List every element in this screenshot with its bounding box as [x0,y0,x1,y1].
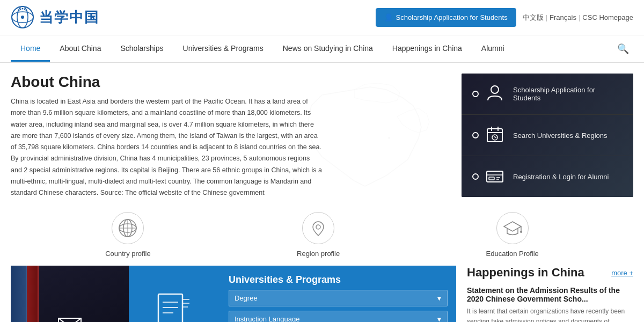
search-icon[interactable]: 🔍 [613,35,633,62]
svg-point-8 [26,10,27,12]
universities-link-text: Search Universities & Regions [513,131,608,140]
instruction-select-wrapper: Instruction Language ▼ [229,311,448,322]
svg-point-3 [21,16,24,19]
country-profile-item[interactable]: Country profile [105,212,151,258]
news-item: Statement on the Admission Results of th… [467,286,633,322]
scholarship-person-icon [484,83,506,105]
happenings-header: Happenings in China more + [467,266,633,280]
country-profile-label: Country profile [105,250,151,258]
nav-alumni[interactable]: Alumni [472,36,514,62]
nav-universities[interactable]: Universities & Programs [173,36,273,62]
happenings-section: Happenings in China more + Statement on … [456,266,633,322]
happenings-more-link[interactable]: more + [611,269,633,277]
svg-point-10 [491,86,499,93]
lang-fr-link[interactable]: Français [550,13,576,21]
region-profile-label: Region profile [297,250,340,258]
header-right: 👤 Scholarship Application for Students 中… [376,8,633,27]
location-pin-icon [302,212,334,244]
universities-tile-label: Universities & Programs [229,274,448,286]
lang-csc-link[interactable]: CSC Homepage [582,13,633,21]
universities-icon-area [129,266,220,322]
svg-point-31 [520,231,522,233]
nav-happenings[interactable]: Happenings in China [383,36,472,62]
scholarship-link-text: Scholarship Application for Students [513,86,623,102]
degree-select-wrapper: Degree ▼ [229,290,448,306]
universities-tile: Universities & Programs Degree ▼ Instruc… [129,266,456,322]
svg-marker-29 [504,222,521,231]
quick-links-panel: Scholarship Application for Students [462,74,633,199]
scholarships-tile[interactable]: ¥ Scholarships [11,266,129,322]
svg-point-4 [18,10,20,12]
nav-scholarships[interactable]: Scholarships [111,36,173,62]
svg-point-7 [24,9,26,10]
nav-about-china[interactable]: About China [50,36,111,62]
svg-rect-20 [489,177,494,180]
degree-select[interactable]: Degree [229,290,448,306]
nav-home[interactable]: Home [11,36,50,62]
about-section: About China China is located in East Asi… [11,74,451,199]
logo-text: 当学中国 [39,8,99,27]
globe-icon [112,212,144,244]
header: 当学中国 👤 Scholarship Application for Stude… [0,0,644,35]
nav-news[interactable]: News on Studying in China [273,36,383,62]
scholarship-app-button[interactable]: 👤 Scholarship Application for Students [376,8,516,27]
quick-link-scholarship[interactable]: Scholarship Application for Students [462,74,633,115]
happenings-title: Happenings in China [467,266,584,280]
lang-zh-link[interactable]: 中文版 [523,13,544,23]
bottom-row: ¥ Scholarships Universities & Programs [11,266,633,322]
region-profile-item[interactable]: Region profile [297,212,340,258]
logo-area: 当学中国 [11,5,99,30]
svg-point-5 [20,9,21,10]
quick-links-list: Scholarship Application for Students [462,74,633,197]
quick-link-universities[interactable]: Search Universities & Regions [462,115,633,156]
quick-link-alumni[interactable]: Registration & Login for Alumni [462,156,633,197]
svg-point-6 [22,8,24,10]
china-map-decoration [290,74,440,213]
education-profile-item[interactable]: Education Profile [486,212,539,258]
universities-controls: Universities & Programs Degree ▼ Instruc… [220,266,456,322]
language-links: 中文版 | Français | CSC Homepage [523,13,633,23]
alumni-card-icon [484,166,506,187]
education-profile-label: Education Profile [486,250,539,258]
news-title: Statement on the Admission Results of th… [467,286,633,303]
main-nav: Home About China Scholarships Universiti… [0,35,644,63]
svg-point-28 [316,225,320,229]
envelope-yen-icon: ¥ [56,313,83,322]
universities-clock-icon [484,125,506,146]
alumni-link-text: Registration & Login for Alumni [513,173,609,181]
person-icon: 👤 [384,13,393,21]
instruction-language-select[interactable]: Instruction Language [229,311,448,322]
news-text: It is learnt that certain organizations … [467,306,633,322]
svg-rect-18 [487,171,503,182]
about-body: China is located in East Asia and border… [11,96,322,199]
universities-building-icon [153,291,196,322]
graduation-cap-icon [496,212,529,244]
svg-point-9 [388,137,390,139]
logo-icon [11,5,35,30]
